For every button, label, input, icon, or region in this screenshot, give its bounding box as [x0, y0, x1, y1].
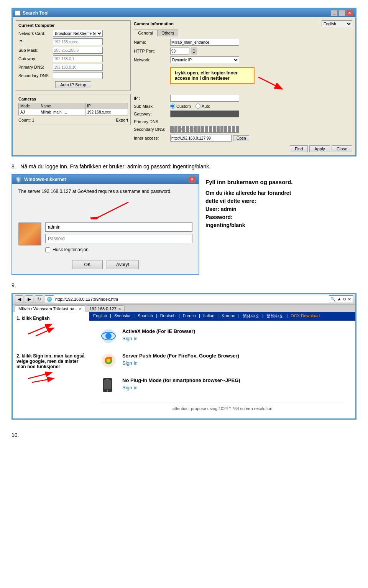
apply-button[interactable]: Apply [309, 145, 330, 152]
server-push-text: Server Push Mode (For FireFox, Google Br… [122, 353, 239, 366]
step8-number: 8. [12, 163, 16, 170]
security-close-button[interactable]: ✕ [189, 176, 196, 183]
password-input[interactable] [45, 234, 192, 243]
page-wrapper: Search Tool _ □ ✕ Current Computer Netwo… [0, 0, 368, 450]
submask-input[interactable] [53, 47, 103, 54]
ip-label: IP: [18, 40, 53, 44]
lang-divider9: | [286, 313, 288, 319]
inner-access-input[interactable] [170, 135, 232, 142]
find-button[interactable]: Find [290, 145, 308, 152]
http-port-field-row: HTTP Port: ▲ ▼ [134, 48, 352, 54]
browser-bar: ◀ ▶ ↻ 🌐 🔍 ★ ↺ ✕ [13, 294, 355, 305]
secondary-dns-row: Secondary DNS: [18, 72, 128, 79]
auto-radio[interactable] [196, 104, 200, 109]
lang-deutsch[interactable]: Deutsch [160, 313, 176, 319]
lang-traditional-chinese[interactable]: 繁體中文 [266, 313, 283, 319]
remember-checkbox[interactable] [45, 247, 50, 252]
server-push-signin-link[interactable]: Sign in [122, 360, 138, 366]
secondary-dns-input[interactable] [53, 72, 103, 79]
bottom-buttons: Find Apply Close [134, 145, 352, 152]
gateway-cam-row: Gateway: [134, 110, 352, 117]
tab1-close[interactable]: ✕ [79, 307, 82, 311]
ip-cam-input[interactable] [170, 95, 239, 102]
browser-tab-1[interactable]: Milrab / Wanscam Trådløst ov... ✕ [15, 305, 85, 312]
network-label: Network: [134, 58, 170, 62]
port-down-button[interactable]: ▼ [191, 51, 197, 54]
username-input[interactable] [45, 222, 192, 232]
http-port-input[interactable] [170, 48, 189, 54]
gateway-row: Gateway: [18, 55, 128, 62]
lang-spanish[interactable]: Spanish [138, 313, 153, 319]
url-input[interactable] [54, 295, 329, 303]
noplugin-signin-link[interactable]: Sign in [122, 385, 138, 390]
tab-general[interactable]: General [134, 30, 157, 36]
lang-divider8: | [263, 313, 264, 319]
attention-text: attention: propose using 1024 * 768 scre… [101, 402, 344, 411]
auto-ip-setup-button[interactable]: Auto IP Setup [55, 81, 91, 88]
avbryt-button[interactable]: Avbryt [107, 260, 139, 269]
maximize-button[interactable]: □ [338, 10, 345, 16]
open-button[interactable]: Open [233, 135, 249, 141]
security-callout: Fyll inn brukernavn og passord. Om du ik… [199, 174, 307, 233]
ip-input[interactable] [53, 38, 103, 45]
svg-line-8 [28, 373, 51, 379]
annotation-1: 1. klikk English [16, 316, 85, 342]
port-spinner: ▲ ▼ [191, 48, 197, 54]
language-select[interactable]: English [322, 20, 352, 27]
minimize-button[interactable]: _ [331, 10, 338, 16]
gateway-cam-input[interactable] [170, 110, 239, 117]
svg-line-9 [32, 379, 53, 382]
lang-divider5: | [199, 313, 200, 319]
server-message: The server 192.168.0.127 at GoAhead requ… [18, 189, 192, 194]
camera-name-input[interactable] [170, 39, 239, 46]
gateway-label: Gateway: [18, 56, 53, 61]
secondary-dns-cam-input[interactable] [170, 126, 239, 133]
custom-radio-label[interactable]: Custom [170, 104, 191, 109]
tab2-close[interactable]: ✕ [118, 307, 121, 311]
primary-dns-input[interactable] [53, 64, 103, 71]
security-dialog-title: Windows-sikkerhet [24, 177, 66, 182]
tab-others[interactable]: Others [157, 30, 178, 36]
server-push-title: Server Push Mode (For FireFox, Google Br… [122, 353, 239, 359]
lang-svenska[interactable]: Svenska [114, 313, 130, 319]
http-port-label: HTTP Port: [134, 49, 170, 53]
windows-security-body: The server 192.168.0.127 at GoAhead requ… [12, 184, 199, 274]
lang-korean[interactable]: Korean [222, 313, 235, 319]
lang-simplified-chinese[interactable]: 简体中文 [243, 313, 260, 319]
gateway-input[interactable] [53, 55, 103, 62]
close-dialog-button[interactable]: Close [332, 145, 352, 152]
current-computer-panel: Current Computer Network Card: Broadcom … [16, 20, 131, 91]
ok-button[interactable]: OK [72, 260, 103, 269]
lang-divider7: | [238, 313, 240, 319]
tab2-label: 192.168.0.127 [89, 306, 116, 311]
svg-rect-19 [106, 379, 109, 380]
network-card-select[interactable]: Broadcom NetXtreme Gig [53, 30, 103, 37]
forward-button[interactable]: ▶ [25, 295, 33, 303]
port-up-button[interactable]: ▲ [191, 48, 197, 51]
custom-radio[interactable] [170, 104, 175, 109]
browser-main: ActiveX Mode (For IE Browser) Sign in [89, 321, 355, 418]
close-button[interactable]: ✕ [346, 10, 353, 16]
name-label: Name: [134, 40, 170, 44]
browser-tab-2[interactable]: 192.168.0.127 ✕ [86, 305, 124, 312]
svg-line-1 [258, 77, 281, 89]
lang-italian[interactable]: Italian [203, 313, 214, 319]
activex-signin-link[interactable]: Sign in [122, 336, 138, 341]
remember-label: Husk legitimasjon [53, 247, 89, 252]
auto-radio-label[interactable]: Auto [196, 104, 210, 109]
primary-dns-label: Primary DNS: [18, 65, 53, 69]
inner-access-label: Inner access: [134, 136, 170, 140]
browser-left-annotation: 1. klikk English 2. klikk Sign inn, man [13, 312, 89, 418]
network-select[interactable]: Dynamic IP [170, 56, 239, 63]
lang-english[interactable]: English [93, 313, 107, 319]
reload-icon[interactable]: ↺ [343, 297, 346, 302]
count-label: Count: 1 [18, 118, 34, 122]
lang-french[interactable]: French [183, 313, 196, 319]
refresh-button[interactable]: ↻ [35, 295, 43, 303]
submask-cam-row: Sub Mask: Custom Auto [134, 104, 352, 109]
close-tab-icon[interactable]: ✕ [348, 297, 351, 302]
lang-ocx-download[interactable]: OCX Download [291, 313, 320, 319]
back-button[interactable]: ◀ [15, 295, 23, 303]
export-label[interactable]: Export [116, 118, 128, 122]
remember-row: Husk legitimasjon [45, 247, 192, 252]
